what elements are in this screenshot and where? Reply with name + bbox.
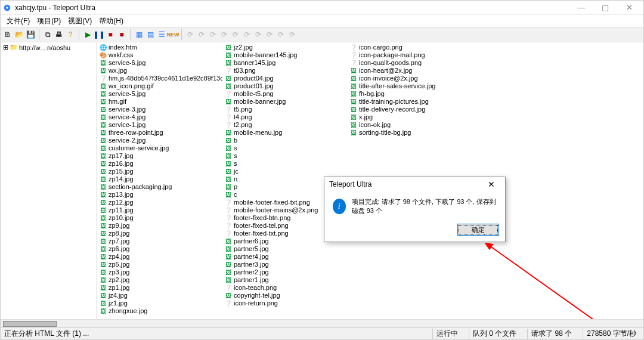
prog-5-icon[interactable]: ⟳ — [231, 30, 240, 39]
file-item[interactable]: 🖼jz2.jpg — [225, 44, 345, 51]
file-item[interactable]: 🖼icon-ok.jpg — [350, 121, 470, 129]
file-item[interactable]: ❔icon-package-mail.png — [350, 51, 470, 59]
file-item[interactable]: 🖼wx.jpg — [100, 67, 220, 75]
file-item[interactable]: 🖼fh-bg.jpg — [350, 90, 470, 98]
file-item[interactable]: 🖼zhongxue.jpg — [100, 307, 220, 315]
file-item[interactable]: 🖼section-packaging.jpg — [100, 183, 220, 191]
copy-icon[interactable]: ⧉ — [43, 30, 52, 39]
file-item[interactable]: 🖼b — [225, 137, 345, 144]
file-item[interactable]: 🖼customer-service.jpg — [100, 144, 220, 152]
view-detail-icon[interactable]: ☰ — [157, 30, 166, 39]
file-item[interactable]: 🖼s — [225, 152, 345, 160]
file-item[interactable]: 🖼icon-invoice@2x.jpg — [350, 75, 470, 82]
file-item[interactable]: ❔mobile-t5.png — [225, 90, 345, 98]
file-item[interactable]: 🖼service-2.jpg — [100, 137, 220, 144]
prog-8-icon[interactable]: ⟳ — [265, 30, 274, 39]
file-item[interactable]: ❔icon-cargo.png — [350, 44, 470, 51]
file-item[interactable]: 🖼zp15.jpg — [100, 168, 220, 175]
file-item[interactable]: 🖼mobile-banner145.jpg — [225, 51, 345, 59]
file-item[interactable]: 🖼zp16.jpg — [100, 160, 220, 168]
file-item[interactable]: 🖼icon-heart@2x.jpg — [350, 67, 470, 75]
prog-4-icon[interactable]: ⟳ — [219, 30, 229, 39]
file-item[interactable]: 🖼hm.gif — [100, 98, 220, 106]
print-icon[interactable]: 🖶 — [54, 30, 64, 39]
scrollbar-thumb[interactable] — [3, 321, 57, 327]
file-item[interactable]: 🖼s — [225, 160, 345, 168]
file-item[interactable]: 🖼sorting-title-bg.jpg — [350, 129, 470, 137]
file-item[interactable]: 🌐index.htm — [100, 44, 220, 51]
new-tag-icon[interactable]: NEW — [168, 30, 178, 39]
file-item[interactable]: ❔icon-teach.png — [225, 284, 345, 292]
file-item[interactable]: 🖼wx_icon.png.gif — [100, 82, 220, 90]
menu-file[interactable]: 文件(F) — [4, 16, 32, 27]
file-item[interactable]: 🖼zp1.jpg — [100, 284, 220, 292]
prog-7-icon[interactable]: ⟳ — [253, 30, 263, 39]
file-item[interactable]: ❔hm.js-48db547f39cc4611d1e92c89f13c89e0 — [100, 75, 220, 82]
file-item[interactable]: 🖼zp9.jpg — [100, 222, 220, 230]
file-item[interactable]: 🖼service-3.jpg — [100, 106, 220, 113]
minimize-button[interactable]: — — [569, 1, 593, 14]
file-item[interactable]: 🖼x.jpg — [350, 113, 470, 121]
file-item[interactable]: ❔t2.png — [225, 121, 345, 129]
file-item[interactable]: 🖼s — [225, 144, 345, 152]
file-item[interactable]: 🖼zp3.jpg — [100, 268, 220, 276]
new-file-icon[interactable]: 🗎 — [3, 30, 13, 39]
file-item[interactable]: 🖼product01.jpg — [225, 82, 345, 90]
expand-icon[interactable]: ⊞ — [3, 44, 8, 51]
file-item[interactable]: 🖼zp11.jpg — [100, 206, 220, 214]
file-item[interactable]: 🖼service-5.jpg — [100, 90, 220, 98]
file-item[interactable]: 🖼zp2.jpg — [100, 276, 220, 284]
pause-icon[interactable]: ❚❚ — [94, 30, 104, 39]
file-item[interactable]: 🖼zp4.jpg — [100, 253, 220, 261]
file-item[interactable]: ❔t5.png — [225, 106, 345, 113]
file-item[interactable]: ❔icon-qualit-goods.png — [350, 59, 470, 67]
file-item[interactable]: 🖼service-4.jpg — [100, 113, 220, 121]
file-item[interactable]: 🖼zp10.jpg — [100, 214, 220, 222]
file-item[interactable]: 🖼zp12.jpg — [100, 199, 220, 206]
prog-10-icon[interactable]: ⟳ — [287, 30, 297, 39]
file-item[interactable]: 🖼jz4.jpg — [100, 292, 220, 299]
file-item[interactable]: 🖼banner145.jpg — [225, 59, 345, 67]
close-button[interactable]: ✕ — [617, 1, 641, 14]
file-item[interactable]: 🖼partner5.jpg — [225, 245, 345, 253]
file-item[interactable]: 🖼zp8.jpg — [100, 230, 220, 237]
file-item[interactable]: ❔t03.png — [225, 67, 345, 75]
view-small-icon[interactable]: ▤ — [145, 30, 155, 39]
help-icon[interactable]: ? — [66, 30, 75, 39]
prog-9-icon[interactable]: ⟳ — [276, 30, 286, 39]
prog-2-icon[interactable]: ⟳ — [197, 30, 206, 39]
file-item[interactable]: 🖼partner2.jpg — [225, 268, 345, 276]
file-item[interactable]: 🖼zp5.jpg — [100, 261, 220, 268]
file-item[interactable]: 🖼zp7.jpg — [100, 237, 220, 245]
file-item[interactable]: 🖼mobile-banner.jpg — [225, 98, 345, 106]
file-item[interactable]: 🖼product04.jpg — [225, 75, 345, 82]
view-large-icon[interactable]: ▦ — [134, 30, 144, 39]
file-item[interactable]: 🎨wxkf.css — [100, 51, 220, 59]
open-file-icon[interactable]: 📂 — [14, 30, 24, 39]
file-item[interactable]: 🖼zp17.jpg — [100, 152, 220, 160]
maximize-button[interactable]: ▢ — [593, 1, 617, 14]
file-item[interactable]: ❔t4.png — [225, 113, 345, 121]
record-icon[interactable]: ■ — [117, 30, 126, 39]
file-item[interactable]: 🖼zp14.jpg — [100, 175, 220, 183]
prog-1-icon[interactable]: ⟳ — [185, 30, 195, 39]
file-item[interactable]: 🖼copyright-tel.jpg — [225, 292, 345, 299]
prog-6-icon[interactable]: ⟳ — [242, 30, 252, 39]
file-item[interactable]: 🖼partner1.jpg — [225, 276, 345, 284]
file-item[interactable]: 🖼title-after-sales-service.jpg — [350, 82, 470, 90]
save-file-icon[interactable]: 💾 — [26, 30, 35, 39]
file-item[interactable]: 🖼jz1.jpg — [100, 299, 220, 307]
file-item[interactable]: 🖼jc — [225, 168, 345, 175]
file-item[interactable]: 🖼title-delivery-record.jpg — [350, 106, 470, 113]
file-item[interactable]: 🖼mobile-menu.jpg — [225, 129, 345, 137]
dialog-close-icon[interactable]: ✕ — [482, 180, 500, 189]
file-item[interactable]: 🖼zp13.jpg — [100, 191, 220, 199]
file-item[interactable]: 🖼three-row-point.jpg — [100, 129, 220, 137]
menu-view[interactable]: 视图(V) — [66, 16, 94, 27]
file-item[interactable]: ❔icon-return.png — [225, 299, 345, 307]
dialog-ok-button[interactable]: 确定 — [457, 224, 499, 236]
run-icon[interactable]: ▶ — [83, 30, 92, 39]
file-item[interactable]: 🖼service-1.jpg — [100, 121, 220, 129]
file-item[interactable]: 🖼partner3.jpg — [225, 261, 345, 268]
menu-project[interactable]: 项目(P) — [35, 16, 63, 27]
